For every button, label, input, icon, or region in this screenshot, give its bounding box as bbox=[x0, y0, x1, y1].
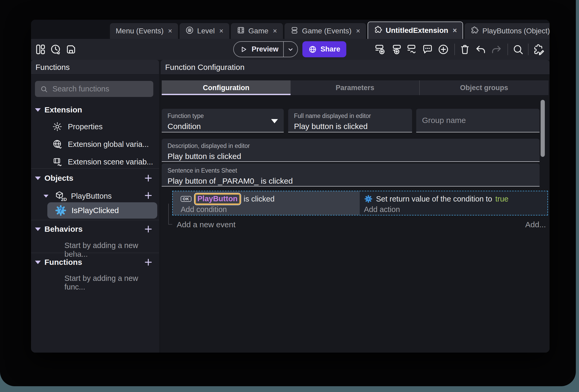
section-objects[interactable]: Objects bbox=[31, 173, 159, 183]
section-label: Extension bbox=[44, 105, 82, 114]
collapse-triangle-icon[interactable] bbox=[35, 108, 41, 112]
add-free-function-button[interactable] bbox=[144, 258, 153, 267]
close-icon[interactable]: × bbox=[218, 27, 224, 35]
add-event-icon[interactable] bbox=[374, 44, 386, 55]
share-button[interactable]: Share bbox=[302, 41, 346, 57]
tab-game-events[interactable]: Game (Events) × bbox=[285, 23, 366, 39]
add-behavior-button[interactable] bbox=[144, 225, 153, 234]
section-behaviors[interactable]: Behaviors bbox=[31, 224, 159, 234]
circle-plus-icon[interactable] bbox=[438, 44, 449, 55]
add-object-function-button[interactable] bbox=[144, 191, 153, 200]
actions-cell[interactable]: Set return value of the condition to tru… bbox=[360, 191, 547, 215]
sidebar-item-properties[interactable]: Properties bbox=[52, 121, 103, 132]
edit-extension-icon[interactable] bbox=[533, 44, 544, 55]
section-functions[interactable]: Functions bbox=[31, 257, 159, 267]
item-label: PlayButtons bbox=[71, 192, 112, 200]
sidebar-header: Functions bbox=[31, 60, 159, 75]
sidebar-title: Functions bbox=[35, 63, 70, 72]
film-icon bbox=[237, 26, 245, 36]
button-object-icon: OK bbox=[181, 196, 191, 202]
main-header: Function Configuration bbox=[161, 60, 550, 75]
tab-parameters[interactable]: Parameters bbox=[291, 80, 419, 95]
sidebar-item-extension-global-variables[interactable]: Extension global varia... bbox=[52, 139, 149, 149]
tab-label: Game bbox=[248, 27, 268, 35]
group-name-field[interactable] bbox=[416, 109, 540, 132]
add-other-event-icon[interactable] bbox=[406, 44, 418, 55]
sidebar-item-extension-scene-variables[interactable]: Extension scene variab... bbox=[52, 157, 153, 167]
functions-sidebar: Functions Extension Properties Extension… bbox=[31, 60, 159, 353]
search-icon[interactable] bbox=[512, 44, 524, 55]
add-subevent-icon[interactable] bbox=[390, 44, 402, 55]
action-gear-icon bbox=[364, 194, 373, 203]
tab-configuration[interactable]: Configuration bbox=[162, 80, 291, 95]
preview-label: Preview bbox=[252, 45, 278, 53]
search-functions-box[interactable] bbox=[35, 81, 153, 97]
sidebar-item-isplayclicked[interactable]: ? IsPlayClicked bbox=[47, 202, 157, 219]
function-type-select[interactable]: Function type Condition bbox=[162, 109, 284, 132]
event-row-selected[interactable]: OK PlayButton is clicked Add condition S… bbox=[172, 191, 548, 215]
item-label: Properties bbox=[68, 122, 103, 131]
close-icon[interactable]: × bbox=[355, 27, 360, 35]
object-parameter-chip[interactable]: PlayButton bbox=[195, 193, 241, 205]
tab-menu-events[interactable]: Menu (Events) × bbox=[110, 23, 178, 39]
add-condition-button[interactable]: Add condition bbox=[181, 205, 360, 214]
conditions-cell[interactable]: OK PlayButton is clicked Add condition bbox=[173, 191, 360, 215]
tab-game[interactable]: Game × bbox=[231, 23, 283, 39]
collapse-triangle-icon[interactable] bbox=[35, 177, 41, 180]
window-tab-bar: Menu (Events) × Level × Game × Game (Eve… bbox=[31, 20, 550, 39]
redo-icon[interactable] bbox=[491, 44, 502, 55]
search-functions-input[interactable] bbox=[52, 85, 148, 93]
tab-untitled-extension[interactable]: UntitledExtension × bbox=[368, 22, 463, 39]
add-object-button[interactable] bbox=[144, 174, 153, 183]
section-label: Objects bbox=[44, 174, 73, 183]
trash-icon[interactable] bbox=[459, 44, 471, 55]
collapse-triangle-icon[interactable] bbox=[35, 261, 41, 264]
collapse-triangle-icon[interactable] bbox=[35, 228, 41, 231]
globe-variables-icon bbox=[52, 139, 63, 149]
history-icon[interactable] bbox=[50, 44, 62, 55]
description-field[interactable]: Description, displayed in editor Play bu… bbox=[162, 139, 540, 162]
collapse-triangle-icon[interactable] bbox=[44, 194, 49, 197]
group-name-input[interactable] bbox=[422, 116, 534, 125]
comment-icon[interactable] bbox=[422, 44, 433, 55]
tab-label: Game (Events) bbox=[302, 27, 352, 35]
save-icon[interactable] bbox=[65, 44, 77, 55]
gear-icon bbox=[52, 121, 63, 132]
add-new-event-button[interactable]: Add a new event bbox=[177, 220, 236, 229]
undo-icon[interactable] bbox=[475, 44, 486, 55]
puzzle-icon bbox=[470, 26, 479, 36]
level-icon bbox=[185, 26, 194, 36]
item-label: Extension global varia... bbox=[68, 140, 149, 149]
function-configuration-panel: Function Configuration Configuration Par… bbox=[161, 60, 550, 353]
close-icon[interactable]: × bbox=[167, 27, 172, 35]
chevron-down-icon bbox=[287, 45, 294, 53]
section-extension[interactable]: Extension bbox=[31, 105, 159, 115]
action-value[interactable]: true bbox=[495, 195, 509, 203]
events-sheet-icon bbox=[290, 26, 299, 36]
preview-options-dropdown[interactable] bbox=[284, 42, 297, 57]
function-type-value: Condition bbox=[167, 122, 278, 131]
preview-main[interactable]: Preview bbox=[234, 42, 283, 57]
section-label: Functions bbox=[44, 258, 82, 267]
sentence-field[interactable]: Sentence in Events Sheet Play button of … bbox=[162, 163, 540, 187]
scrollbar-thumb[interactable] bbox=[541, 100, 545, 157]
add-more-button[interactable]: Add... bbox=[525, 220, 546, 229]
preview-button[interactable]: Preview bbox=[233, 41, 298, 57]
full-name-field[interactable]: Full name displayed in editor Play butto… bbox=[288, 109, 412, 132]
page-title: Function Configuration bbox=[165, 63, 245, 72]
add-action-button[interactable]: Add action bbox=[364, 205, 547, 214]
close-icon[interactable]: × bbox=[272, 27, 277, 35]
home-dashboard-icon[interactable] bbox=[35, 44, 46, 55]
tab-playbuttons-object[interactable]: PlayButtons (Object) × bbox=[465, 23, 550, 39]
close-icon[interactable]: × bbox=[452, 27, 457, 35]
dropdown-caret-icon bbox=[271, 119, 278, 123]
tab-label: UntitledExtension bbox=[386, 26, 448, 35]
tab-object-groups[interactable]: Object groups bbox=[419, 80, 548, 95]
tab-level[interactable]: Level × bbox=[180, 23, 229, 39]
item-label: IsPlayClicked bbox=[72, 206, 119, 215]
tab-label: Level bbox=[197, 27, 215, 35]
sidebar-item-playbuttons[interactable]: 2D PlayButtons bbox=[43, 190, 126, 202]
tab-label: Menu (Events) bbox=[116, 27, 164, 35]
behaviors-hint: Start by adding a new beha... bbox=[64, 241, 159, 259]
section-label: Behaviors bbox=[44, 225, 83, 234]
